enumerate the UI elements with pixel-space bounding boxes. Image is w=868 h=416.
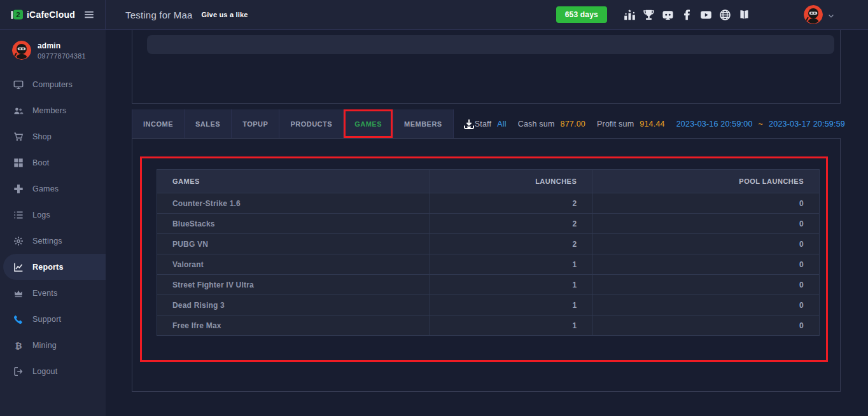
sidebar-item-label: Logout [32,367,57,376]
sidebar-item-label: Boot [32,158,50,167]
cash-sum-label: Cash sum [518,120,555,128]
youtube-link[interactable] [700,9,712,21]
sidebar-item-members[interactable]: Members [0,97,106,123]
games-report-table: GAMESLAUNCHESPOOL LAUNCHES Counter-Strik… [157,169,820,336]
sidebar-item-boot[interactable]: Boot [0,149,106,176]
main-content: INCOMESALESTOPUPPRODUCTSGAMESMEMBERS Sta… [106,30,868,416]
sidebar-item-events[interactable]: Events [0,280,106,306]
report-tabs: INCOMESALESTOPUPPRODUCTSGAMESMEMBERS [132,109,454,138]
trophy-icon [643,9,655,21]
ranking-link[interactable] [624,9,636,21]
account-avatar [804,5,823,24]
facebook-icon [681,9,693,21]
date-to-picker[interactable]: 2023-03-17 20:59:59 [769,120,845,128]
events-crown-icon [13,288,24,298]
cell-game-name: PUBG VN [157,234,430,254]
give-us-a-like-link[interactable]: Give us a like [202,11,248,18]
account-menu[interactable] [804,5,835,24]
brand-name: iCafeCloud [27,10,75,20]
table-row: PUBG VN20 [157,233,819,254]
sidebar-item-label: Events [32,289,57,298]
user-avatar [12,41,31,60]
tab-label: SALES [195,120,220,128]
tab-members[interactable]: MEMBERS [393,109,454,138]
cell-launches: 2 [430,214,592,233]
sidebar-item-games[interactable]: Games [0,176,106,202]
download-report-button[interactable] [463,118,475,130]
chart-remnant-panel [147,35,834,54]
boot-windows-icon [13,158,24,168]
computers-icon [13,80,24,90]
cell-pool-launches: 0 [592,315,819,335]
cell-pool-launches: 0 [592,295,819,315]
cell-game-name: Counter-Strike 1.6 [157,193,430,213]
sidebar-item-label: Support [32,315,61,324]
games-dpad-icon [13,184,24,194]
date-range-separator: ~ [759,120,764,128]
sidebar-item-label: Settings [32,237,62,246]
logo-area: 2 iCafeCloud [0,0,106,29]
column-header-games: GAMES [157,170,430,193]
discord-icon [662,9,674,21]
report-tabs-row: INCOMESALESTOPUPPRODUCTSGAMESMEMBERS Sta… [132,109,841,138]
profit-sum-label: Profit sum [597,120,634,128]
sidebar-item-label: Shop [32,132,52,141]
table-row: Free Ifre Max10 [157,315,819,335]
docs-book-icon [738,9,750,21]
tab-label: TOPUP [242,120,268,128]
table-row: Dead Rising 310 [157,295,819,315]
download-icon [463,118,475,130]
sidebar-item-label: Logs [32,211,50,219]
cell-game-name: Free Ifre Max [157,315,430,335]
cell-game-name: BlueStacks [157,214,430,233]
shop-cart-icon [13,132,24,142]
sidebar-item-computers[interactable]: Computers [0,71,106,97]
sidebar-item-label: Mining [32,341,57,350]
menu-hamburger-icon[interactable] [83,9,95,20]
settings-gear-icon [13,236,24,246]
tab-income[interactable]: INCOME [132,109,185,138]
icafecloud-logo[interactable]: 2 iCafeCloud [11,8,75,21]
cell-game-name: Dead Rising 3 [157,295,430,315]
cell-pool-launches: 0 [592,234,819,254]
cash-sum-value: 877.00 [561,120,585,128]
subscription-days-badge[interactable]: 653 days [556,6,607,23]
ninja-avatar-icon [12,41,31,60]
topbar-social [624,9,750,21]
tab-games[interactable]: GAMES [344,109,393,138]
date-from-picker[interactable]: 2023-03-16 20:59:00 [676,120,753,128]
facebook-link[interactable] [681,9,693,21]
staff-filter-value[interactable]: All [497,120,507,128]
docs-book-link[interactable] [738,9,750,21]
mining-bitcoin-icon: ₿ [13,340,24,350]
ranking-icon [624,9,636,21]
sidebar-user: admin 097778704381 [0,38,106,71]
logout-icon [13,366,24,377]
cell-launches: 2 [430,193,592,213]
sidebar-item-logout[interactable]: Logout [0,358,106,384]
chevron-down-icon [827,11,835,18]
sidebar-item-logs[interactable]: Logs [0,202,106,228]
sidebar-item-shop[interactable]: Shop [0,123,106,149]
topbar-right: 653 days [556,5,868,24]
tab-label: GAMES [354,120,382,128]
discord-link[interactable] [662,9,674,21]
top-panel [132,30,841,104]
sidebar-item-label: Games [32,184,59,193]
logs-list-icon [13,210,24,220]
icafecloud-logo-icon: 2 [11,8,24,21]
trophy-link[interactable] [643,9,655,21]
sidebar-item-support[interactable]: Support [0,306,106,332]
cell-launches: 1 [430,254,592,274]
sidebar-item-reports[interactable]: Reports [3,254,106,280]
tab-topup[interactable]: TOPUP [232,109,279,138]
sidebar-item-label: Computers [32,80,73,89]
sidebar-item-settings[interactable]: Settings [0,228,106,254]
globe-link[interactable] [719,9,731,21]
topbar: 2 iCafeCloud Testing for Maa Give us a l… [0,0,868,30]
staff-label: Staff [475,120,491,128]
tab-products[interactable]: PRODUCTS [279,109,344,138]
sidebar-item-mining[interactable]: ₿Mining [0,332,106,358]
members-icon [13,106,24,116]
tab-sales[interactable]: SALES [185,109,232,138]
